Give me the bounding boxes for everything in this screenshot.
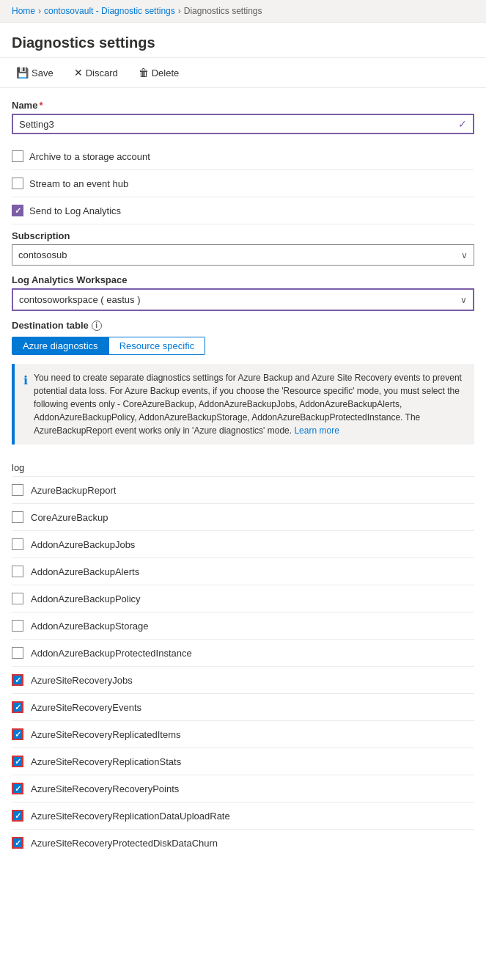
log-checkbox-8[interactable]: ✓	[12, 701, 23, 713]
log-checkbox-13[interactable]: ✓	[12, 837, 23, 849]
save-icon: 💾	[16, 67, 29, 78]
name-input-wrapper: ✓	[12, 114, 474, 134]
discard-icon: ✕	[74, 67, 83, 78]
required-indicator: *	[39, 100, 43, 111]
log-row-label: AddonAzureBackupJobs	[31, 539, 135, 550]
log-row: AddonAzureBackupProtectedInstance	[12, 640, 474, 667]
log-row-label: CoreAzureBackup	[31, 512, 108, 523]
log-analytics-checkbox[interactable]: ✓	[12, 205, 23, 216]
subscription-label: Subscription	[12, 230, 474, 241]
discard-button[interactable]: ✕ Discard	[70, 64, 122, 81]
delete-button[interactable]: 🗑 Delete	[134, 64, 184, 81]
log-checkbox-6[interactable]	[12, 647, 23, 659]
info-box-icon: ℹ	[23, 372, 28, 437]
checkmark-icon: ✓	[15, 676, 21, 685]
stream-checkbox-item: Stream to an event hub	[12, 170, 474, 197]
archive-checkbox[interactable]	[12, 150, 23, 162]
log-checkbox-3[interactable]	[12, 566, 23, 577]
destination-info-icon[interactable]: i	[92, 321, 102, 331]
log-row: CoreAzureBackup	[12, 504, 474, 531]
subscription-dropdown[interactable]: contososub ∨	[12, 244, 474, 266]
name-input[interactable]	[19, 119, 458, 130]
breadcrumb-current: Diagnostics settings	[184, 6, 262, 16]
workspace-dropdown[interactable]: contosoworkspace ( eastus ) ∨	[12, 288, 474, 311]
log-row: ✓AzureSiteRecoveryReplicatedItems	[12, 721, 474, 748]
log-checkbox-9[interactable]: ✓	[12, 728, 23, 740]
breadcrumb-home[interactable]: Home	[12, 6, 35, 16]
log-row-label: AzureSiteRecoveryReplicatedItems	[31, 729, 180, 740]
destination-table-label: Destination table i	[12, 320, 474, 331]
save-button[interactable]: 💾 Save	[12, 64, 58, 81]
name-group: Name * ✓	[12, 100, 474, 134]
page-header: Diagnostics settings	[0, 23, 486, 58]
log-items-list: AzureBackupReportCoreAzureBackupAddonAzu…	[12, 477, 474, 856]
name-label: Name *	[12, 100, 474, 111]
log-row: AzureBackupReport	[12, 477, 474, 504]
checkmark-icon: ✓	[15, 757, 21, 767]
log-checkbox-7[interactable]: ✓	[12, 674, 23, 686]
log-row-label: AzureSiteRecoveryReplicationStats	[31, 756, 181, 767]
learn-more-link[interactable]: Learn more	[294, 425, 339, 436]
log-analytics-checkbox-item: ✓ Send to Log Analytics	[12, 197, 474, 224]
workspace-chevron-icon: ∨	[460, 295, 467, 305]
log-row-label: AddonAzureBackupProtectedInstance	[31, 648, 192, 659]
log-checkbox-4[interactable]	[12, 593, 23, 604]
azure-diagnostics-toggle[interactable]: Azure diagnostics	[12, 337, 109, 355]
stream-label: Stream to an event hub	[29, 178, 128, 189]
log-analytics-checkmark: ✓	[15, 206, 21, 216]
archive-checkbox-item: Archive to a storage account	[12, 143, 474, 170]
log-row-label: AzureSiteRecoveryRecoveryPoints	[31, 783, 179, 794]
log-row: AddonAzureBackupStorage	[12, 612, 474, 640]
log-row: ✓AzureSiteRecoveryReplicationStats	[12, 748, 474, 775]
info-box-text: You need to create separate diagnostics …	[34, 371, 465, 437]
log-checkbox-5[interactable]	[12, 620, 23, 632]
subscription-chevron-icon: ∨	[461, 250, 468, 260]
log-checkbox-1[interactable]	[12, 511, 23, 523]
info-box: ℹ You need to create separate diagnostic…	[12, 364, 474, 445]
workspace-group: Log Analytics Workspace contosoworkspace…	[12, 274, 474, 311]
delete-icon: 🗑	[139, 67, 149, 78]
log-checkbox-12[interactable]: ✓	[12, 810, 23, 822]
log-checkbox-10[interactable]: ✓	[12, 756, 23, 767]
log-row-label: AzureSiteRecoveryEvents	[31, 702, 141, 713]
checkmark-icon: ✓	[15, 811, 21, 821]
log-row: ✓AzureSiteRecoveryJobs	[12, 667, 474, 694]
log-row-label: AzureSiteRecoveryReplicationDataUploadRa…	[31, 811, 230, 822]
log-row-label: AzureBackupReport	[31, 485, 116, 496]
breadcrumb: Home › contosovault - Diagnostic setting…	[0, 0, 486, 23]
checkmark-icon: ✓	[15, 730, 21, 739]
checkmark-icon: ✓	[15, 703, 21, 712]
workspace-label: Log Analytics Workspace	[12, 274, 474, 285]
log-row-label: AzureSiteRecoveryProtectedDiskDataChurn	[31, 838, 218, 849]
name-check-icon: ✓	[458, 118, 467, 130]
log-row: AddonAzureBackupAlerts	[12, 558, 474, 585]
content-area: Name * ✓ Archive to a storage account St…	[0, 88, 486, 868]
log-row: ✓AzureSiteRecoveryRecoveryPoints	[12, 775, 474, 802]
log-checkbox-11[interactable]: ✓	[12, 783, 23, 794]
resource-specific-toggle[interactable]: Resource specific	[109, 337, 206, 355]
checkmark-icon: ✓	[15, 838, 21, 848]
log-checkbox-0[interactable]	[12, 484, 23, 496]
log-row: AddonAzureBackupJobs	[12, 531, 474, 558]
log-analytics-label: Send to Log Analytics	[29, 205, 121, 216]
checkmark-icon: ✓	[15, 784, 21, 794]
log-checkbox-2[interactable]	[12, 538, 23, 550]
log-section: log AzureBackupReportCoreAzureBackupAddo…	[12, 456, 474, 856]
archive-label: Archive to a storage account	[29, 151, 150, 162]
log-row-label: AddonAzureBackupPolicy	[31, 593, 141, 604]
log-row: AddonAzureBackupPolicy	[12, 585, 474, 612]
log-row-label: AddonAzureBackupAlerts	[31, 566, 139, 577]
toolbar: 💾 Save ✕ Discard 🗑 Delete	[0, 58, 486, 88]
stream-checkbox[interactable]	[12, 178, 23, 189]
log-row-label: AddonAzureBackupStorage	[31, 621, 148, 632]
log-section-label: log	[12, 456, 474, 477]
log-row-label: AzureSiteRecoveryJobs	[31, 675, 133, 686]
log-row: ✓AzureSiteRecoveryProtectedDiskDataChurn	[12, 830, 474, 856]
page-title: Diagnostics settings	[12, 34, 474, 51]
subscription-group: Subscription contososub ∨	[12, 230, 474, 266]
destination-table-section: Destination table i Azure diagnostics Re…	[12, 320, 474, 355]
destination-toggle-group: Azure diagnostics Resource specific	[12, 337, 474, 355]
log-row: ✓AzureSiteRecoveryEvents	[12, 694, 474, 721]
breadcrumb-vault[interactable]: contosovault - Diagnostic settings	[44, 6, 175, 16]
log-row: ✓AzureSiteRecoveryReplicationDataUploadR…	[12, 802, 474, 830]
